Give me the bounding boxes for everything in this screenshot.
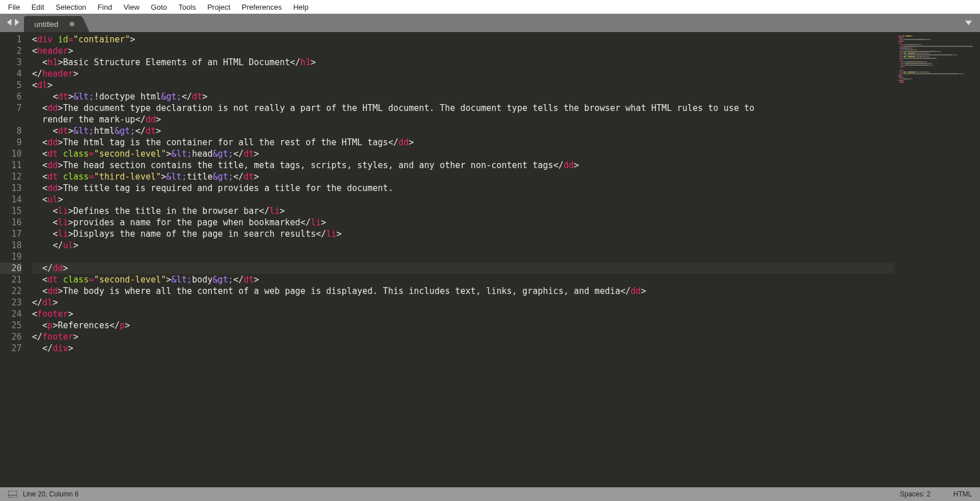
line-number: 16 [0, 217, 22, 228]
menu-preferences[interactable]: Preferences [236, 1, 287, 13]
line-number: 1 [0, 34, 22, 45]
code-line[interactable]: <dt class="second-level">&lt;body&gt;</d… [32, 274, 894, 285]
code-line[interactable]: </header> [32, 68, 894, 79]
code-line[interactable]: <dd>The document type declaration is not… [32, 102, 894, 114]
tab-dirty-indicator-icon [70, 22, 74, 26]
line-number: 4 [0, 68, 22, 79]
code-line[interactable]: <li>Defines the title in the browser bar… [32, 205, 894, 217]
line-number: 19 [0, 251, 22, 263]
code-line[interactable]: <footer> [32, 308, 894, 320]
statusbar-panel-icon[interactable] [8, 491, 17, 498]
svg-marker-2 [965, 21, 972, 25]
line-number: 2 [0, 45, 22, 57]
minimap[interactable] [894, 32, 980, 487]
line-number: 26 [0, 331, 22, 343]
line-number [0, 114, 22, 125]
line-number: 17 [0, 228, 22, 240]
code-line[interactable]: </dd> [32, 263, 894, 274]
line-number: 3 [0, 57, 22, 68]
line-number: 27 [0, 343, 22, 354]
svg-marker-1 [15, 19, 19, 26]
tab-next-icon[interactable] [14, 19, 19, 27]
code-line[interactable]: <dl> [32, 79, 894, 91]
tab-prev-icon[interactable] [7, 19, 13, 27]
statusbar-indent[interactable]: Spaces: 2 [900, 490, 930, 498]
tab-overflow-button[interactable] [965, 14, 980, 32]
code-line[interactable] [32, 251, 894, 263]
line-number: 9 [0, 137, 22, 148]
menu-find[interactable]: Find [92, 1, 118, 13]
code-line[interactable]: </dl> [32, 297, 894, 308]
code-line[interactable]: <dt>&lt;html&gt;</dt> [32, 125, 894, 137]
line-number: 21 [0, 274, 22, 285]
line-number: 22 [0, 285, 22, 297]
menubar: FileEditSelectionFindViewGotoToolsProjec… [0, 0, 980, 14]
tab-untitled[interactable]: untitled [24, 16, 80, 32]
svg-marker-0 [7, 19, 11, 26]
code-line[interactable]: <dt class="third-level">&lt;title&gt;</d… [32, 171, 894, 182]
line-number: 14 [0, 194, 22, 205]
code-line[interactable]: </div> [32, 343, 894, 354]
editor: 1234567891011121314151617181920212223242… [0, 32, 980, 487]
menu-help[interactable]: Help [287, 1, 314, 13]
code-line[interactable]: <h1>Basic Structure Elements of an HTML … [32, 57, 894, 68]
code-line[interactable]: </ul> [32, 240, 894, 251]
minimap-content [898, 35, 977, 84]
line-number: 7 [0, 102, 22, 114]
line-number: 20 [0, 263, 22, 274]
code-line[interactable]: render the mark-up</dd> [32, 114, 894, 125]
code-line[interactable]: <ul> [32, 194, 894, 205]
line-number: 6 [0, 91, 22, 102]
code-line[interactable]: <div id="container"> [32, 34, 894, 45]
code-line[interactable]: <dd>The html tag is the container for al… [32, 137, 894, 148]
line-number: 11 [0, 160, 22, 171]
line-number: 18 [0, 240, 22, 251]
line-number: 10 [0, 148, 22, 160]
code-line[interactable]: <li>provides a name for the page when bo… [32, 217, 894, 228]
menu-selection[interactable]: Selection [50, 1, 91, 13]
menu-edit[interactable]: Edit [26, 1, 50, 13]
code-line[interactable]: <dd>The body is where all the content of… [32, 285, 894, 297]
line-number-gutter: 1234567891011121314151617181920212223242… [0, 32, 27, 487]
code-line[interactable]: <dt>&lt;!doctype html&gt;</dt> [32, 91, 894, 102]
tab-title: untitled [34, 20, 58, 29]
line-number: 23 [0, 297, 22, 308]
statusbar: Line 20, Column 8 Spaces: 2 HTML [0, 487, 980, 501]
menu-file[interactable]: File [2, 1, 26, 13]
statusbar-syntax[interactable]: HTML [953, 490, 972, 498]
code-line[interactable]: <p>References</p> [32, 320, 894, 331]
line-number: 25 [0, 320, 22, 331]
code-area[interactable]: <div id="container"><header> <h1>Basic S… [27, 32, 894, 487]
menu-view[interactable]: View [118, 1, 145, 13]
code-line[interactable]: <li>Displays the name of the page in sea… [32, 228, 894, 240]
tab-nav-arrows [0, 14, 24, 32]
code-line[interactable]: <dd>The title tag is required and provid… [32, 182, 894, 194]
menu-tools[interactable]: Tools [173, 1, 201, 13]
code-line[interactable]: <dt class="second-level">&lt;head&gt;</d… [32, 148, 894, 160]
line-number: 24 [0, 308, 22, 320]
line-number: 8 [0, 125, 22, 137]
statusbar-position[interactable]: Line 20, Column 8 [23, 490, 78, 498]
code-line[interactable]: <dd>The head section contains the title,… [32, 160, 894, 171]
code-line[interactable]: <header> [32, 45, 894, 57]
line-number: 5 [0, 79, 22, 91]
code-line[interactable]: </footer> [32, 331, 894, 343]
menu-project[interactable]: Project [202, 1, 236, 13]
tab-strip: untitled [0, 14, 980, 32]
line-number: 12 [0, 171, 22, 182]
svg-rect-3 [8, 491, 17, 498]
menu-goto[interactable]: Goto [145, 1, 173, 13]
line-number: 15 [0, 205, 22, 217]
line-number: 13 [0, 182, 22, 194]
